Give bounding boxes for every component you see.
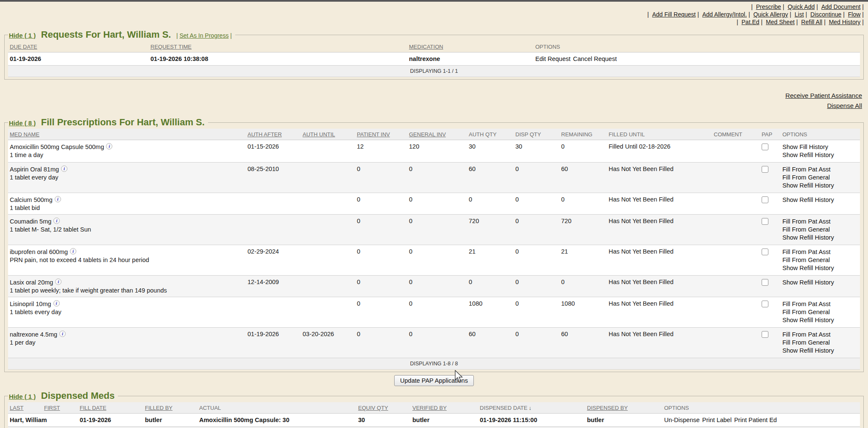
requests-col-medication[interactable]: MEDICATION — [407, 41, 534, 52]
refill-all-link[interactable]: Refill All — [801, 19, 825, 25]
fill-from-pat-asst-link[interactable]: Fill From Pat Asst — [782, 331, 858, 339]
dispensed-col-fill-date[interactable]: FILL DATE — [78, 402, 143, 414]
dispensed-col-last[interactable]: LAST — [8, 402, 42, 414]
patient-name-cell: Hart, William — [8, 414, 78, 427]
dispensed-col-filled-by[interactable]: FILLED BY — [143, 402, 198, 414]
remaining-cell: 0 — [559, 140, 607, 163]
add-document-link[interactable]: Add Document — [821, 3, 864, 10]
dispensed-col-dispensed-by[interactable]: DISPENSED BY — [585, 402, 662, 414]
fill-from-pat-asst-link[interactable]: Fill From Pat Asst — [782, 218, 858, 226]
show-refill-history-link[interactable]: Show Refill History — [782, 234, 858, 242]
dispensed-displaying-text: DISPLAYING 1-1 / 1 — [8, 427, 860, 428]
cancel-request-link[interactable]: Cancel Request — [573, 55, 617, 62]
disp-qty-cell: 0 — [514, 245, 559, 276]
fill-col-patient-inv[interactable]: PATIENT INV — [355, 129, 407, 140]
med-info-icon[interactable]: i — [55, 279, 61, 285]
med-name-cell: Lisinopril 10mgi 1 tablets every day — [8, 297, 246, 328]
update-pap-applications-button[interactable]: Update PAP Applications — [394, 375, 474, 386]
med-info-icon[interactable]: i — [61, 166, 67, 172]
dispensed-col-first[interactable]: FIRST — [42, 402, 78, 414]
dispensed-paging-row: DISPLAYING 1-1 / 1 — [8, 427, 860, 428]
show-refill-history-link[interactable]: Show Refill History — [782, 316, 858, 324]
dispensed-col-equiv-qty[interactable]: EQUIV QTY — [356, 402, 411, 414]
fill-col-med-name[interactable]: MED NAME — [8, 129, 246, 140]
fill-from-general-link[interactable]: Fill From General — [782, 339, 858, 347]
med-name-cell: Aspirin Oral 81mgi 1 tablet every day — [8, 163, 246, 193]
fill-from-pat-asst-link[interactable]: Fill From Pat Asst — [782, 300, 858, 308]
prescribe-link[interactable]: Prescribe — [756, 3, 785, 10]
un-dispense-link[interactable]: Un-Dispense — [664, 417, 700, 423]
receive-patient-assistance-link[interactable]: Receive Patient Assistance — [0, 91, 862, 101]
pap-checkbox[interactable] — [762, 331, 768, 338]
dispense-all-link[interactable]: Dispense All — [0, 101, 862, 111]
flow-link[interactable]: Flow — [848, 11, 864, 18]
edit-request-link[interactable]: Edit Request — [535, 55, 570, 62]
med-info-icon[interactable]: i — [53, 218, 60, 224]
auth-qty-cell: 1080 — [467, 297, 514, 328]
pap-checkbox[interactable] — [762, 279, 768, 286]
dispensed-col-dispensed-date[interactable]: DISPENSED DATE↓ — [478, 402, 585, 414]
med-info-icon[interactable]: i — [55, 196, 61, 202]
med-history-link[interactable]: Med History — [829, 19, 864, 25]
requests-col-request-time[interactable]: REQUEST TIME — [149, 41, 407, 52]
pap-checkbox[interactable] — [762, 144, 768, 150]
pap-checkbox[interactable] — [762, 301, 768, 307]
fill-row-calcium: Calcium 500mgi 1 tablet bid 0 0 0 0 0 Ha… — [8, 193, 860, 215]
show-refill-history-link[interactable]: Show Refill History — [782, 264, 858, 272]
patient-inv-cell: 0 — [355, 215, 407, 245]
fill-from-general-link[interactable]: Fill From General — [782, 174, 858, 182]
requests-hide-link[interactable]: Hide ( 1 ) — [9, 32, 36, 39]
fill-col-general-inv[interactable]: GENERAL INV — [407, 129, 467, 140]
fill-from-pat-asst-link[interactable]: Fill From Pat Asst — [782, 166, 858, 174]
med-info-icon[interactable]: i — [106, 143, 112, 149]
med-sheet-link[interactable]: Med Sheet — [766, 19, 798, 25]
show-refill-history-link[interactable]: Show Refill History — [782, 347, 858, 355]
auth-qty-cell: 60 — [467, 328, 514, 358]
requests-col-due-date[interactable]: DUE DATE — [8, 41, 149, 52]
pap-checkbox[interactable] — [762, 196, 768, 203]
fill-row-lisinopril: Lisinopril 10mgi 1 tablets every day 0 0… — [8, 297, 860, 328]
fill-col-filled-until: FILLED UNTIL — [607, 129, 712, 140]
fill-col-auth-after[interactable]: AUTH AFTER — [246, 129, 301, 140]
general-inv-cell: 0 — [407, 215, 467, 245]
pat-ed-link[interactable]: Pat.Ed — [742, 19, 763, 25]
med-name-cell: Lasix oral 20mgi 1 tablet po weekly; tak… — [8, 276, 246, 297]
show-refill-history-link[interactable]: Show Refill History — [782, 182, 858, 190]
pap-checkbox[interactable] — [762, 218, 768, 225]
med-info-icon[interactable]: i — [59, 331, 66, 337]
fill-prescriptions-hide-link[interactable]: Hide ( 8 ) — [9, 119, 36, 127]
show-refill-history-link[interactable]: Show Refill History — [782, 196, 858, 204]
add-allergy-intol-link[interactable]: Add Allergy/Intol. — [702, 11, 750, 18]
print-patient-ed-link[interactable]: Print Patient Ed — [734, 417, 777, 423]
comment-cell — [712, 276, 760, 297]
show-fill-history-link[interactable]: Show Fill History — [782, 143, 858, 151]
fill-col-auth-until[interactable]: AUTH UNTIL — [301, 129, 355, 140]
discontinue-link[interactable]: Discontinue — [810, 11, 845, 18]
remaining-cell: 21 — [559, 245, 607, 276]
general-inv-cell: 120 — [407, 140, 467, 163]
quick-allergy-link[interactable]: Quick Allergy — [754, 11, 791, 18]
dispensed-col-verified-by[interactable]: VERIFIED BY — [411, 402, 478, 414]
fill-from-general-link[interactable]: Fill From General — [782, 308, 858, 316]
quick-add-link[interactable]: Quick Add — [787, 3, 818, 10]
show-refill-history-link[interactable]: Show Refill History — [782, 151, 858, 159]
patient-inv-cell: 0 — [355, 193, 407, 215]
pap-checkbox[interactable] — [762, 166, 768, 173]
fill-from-general-link[interactable]: Fill From General — [782, 226, 858, 234]
add-fill-request-link[interactable]: Add Fill Request — [652, 11, 699, 18]
fill-from-pat-asst-link[interactable]: Fill From Pat Asst — [782, 248, 858, 256]
disp-qty-cell: 0 — [514, 215, 559, 245]
med-info-icon[interactable]: i — [53, 300, 60, 307]
show-refill-history-link[interactable]: Show Refill History — [782, 279, 858, 287]
dispensed-date-label[interactable]: DISPENSED DATE — [480, 405, 527, 411]
fill-from-general-link[interactable]: Fill From General — [782, 256, 858, 264]
list-link[interactable]: List — [795, 11, 807, 18]
dispensed-meds-hide-link[interactable]: Hide ( 1 ) — [9, 393, 36, 400]
pap-checkbox[interactable] — [762, 249, 768, 255]
filled-by-cell: butler — [143, 414, 198, 427]
set-as-in-progress-link[interactable]: Set As In Progress — [179, 32, 228, 39]
med-info-icon[interactable]: i — [70, 248, 76, 254]
requests-paging-row: DISPLAYING 1-1 / 1 — [8, 66, 860, 77]
print-label-link[interactable]: Print Label — [702, 417, 732, 423]
fill-paging-row: DISPLAYING 1-8 / 8 — [8, 358, 860, 370]
